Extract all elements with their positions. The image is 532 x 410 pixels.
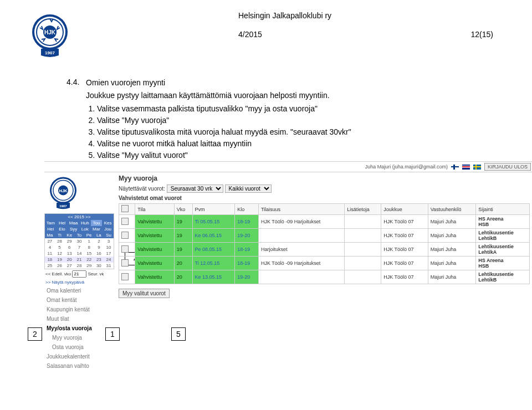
section-number: 4.4. <box>66 78 86 161</box>
step-item: Valitse "Myy vuoroja" <box>97 115 351 126</box>
main-title: Myy vuoroja <box>119 175 530 182</box>
table-header-row: Tila Vko Pvm Klo Tilaisuus Lisätietoja J… <box>119 204 530 215</box>
table-row: Vahvistettu 19 Ke 06.05.15 19-20 HJK Töö… <box>119 229 530 243</box>
org-name: Helsingin Jalkapalloklubi ry <box>238 11 499 20</box>
issue-number: 4/2015 <box>238 30 262 39</box>
table-row: Vahvistettu 20 Ti 12.05.15 18-19 HJK Töö… <box>119 257 530 270</box>
sidebar-item-salasanan-vaihto[interactable]: Salasanan vaihto <box>44 361 116 371</box>
cell-tila: Vahvistettu <box>135 215 174 229</box>
table-row: Vahvistettu 19 Ti 05.05.15 18-19 HJK Töö… <box>119 215 530 229</box>
calendar-nav[interactable]: << Edell. vko Seur. vk <box>44 269 116 279</box>
th-tilaisuus: Tilaisuus <box>258 204 344 215</box>
sidebar-item-kaupungin-kentat[interactable]: Kaupungin kentät <box>44 305 116 314</box>
filter-label: Näytettävät vuorot: <box>119 186 165 192</box>
row-check[interactable] <box>119 257 135 270</box>
page-number: 12(15) <box>471 30 493 39</box>
calendar-grid[interactable]: 27282930123 45678910 11121314151617 1819… <box>45 238 114 269</box>
table-row: Vahvistettu 20 Ke 13.05.15 19-20 HJK Töö… <box>119 270 530 284</box>
callout-2: 2 <box>28 327 42 341</box>
sidebar-item-joukkuekalenterit[interactable]: Joukkuekalenterit <box>44 352 116 361</box>
calendar-day-headers: MaTiKeToPeLaSu <box>45 232 114 238</box>
logout-button[interactable]: KIRJAUDU ULOS <box>484 163 531 171</box>
sidebar-item-oma-kalenteri[interactable]: Oma kalenteri <box>44 286 116 295</box>
th-lisatietoja: Lisätietoja <box>345 204 381 215</box>
calendar-widget[interactable]: << 2015 >> TamHelMaaHuhTouKes HeiEloSyyL… <box>44 213 114 269</box>
shifts-table: Tila Vko Pvm Klo Tilaisuus Lisätietoja J… <box>119 203 530 284</box>
th-vastuu: Vastuuhenkilö <box>428 204 476 215</box>
sidebar-item-osta-vuoroja[interactable]: Osta vuoroja <box>44 342 116 352</box>
row-check[interactable] <box>119 270 135 284</box>
th-vko: Vko <box>174 204 192 215</box>
hjk-logo: HJK 1907 <box>28 11 72 61</box>
svg-text:1907: 1907 <box>45 50 55 55</box>
th-klo: Klo <box>235 204 259 215</box>
svg-text:HJK: HJK <box>44 29 56 35</box>
step-item: Valitse vasemmasta palkista tiputusvalik… <box>97 103 351 115</box>
th-tila: Tila <box>135 204 174 215</box>
table-row: Vahvistettu 19 Pe 08.05.15 18-19 Harjoit… <box>119 243 530 257</box>
step-item: Valitse tiputusvalikosta mitä vuoroja ha… <box>97 126 351 138</box>
row-check[interactable] <box>119 229 135 243</box>
th-joukkue: Joukkue <box>381 204 428 215</box>
flag-se-icon[interactable] <box>473 165 481 170</box>
hjk-logo-small: HJK 1907 <box>47 175 80 211</box>
calendar-year[interactable]: << 2015 >> <box>45 214 114 220</box>
sidebar-item-muut-tilat[interactable]: Muut tilat <box>44 314 116 324</box>
row-check[interactable] <box>119 243 135 257</box>
user-label: Juha Majuri (juha.majuri@gmail.com) <box>365 164 448 170</box>
filter-select-all[interactable]: Kaikki vuorot <box>225 184 272 193</box>
th-sijainti: Sijainti <box>476 204 530 215</box>
steps-list: Valitse vasemmasta palkista tiputusvalik… <box>86 103 351 161</box>
sidebar-item-myy-osta[interactable]: Myy/osta vuoroja <box>44 324 116 333</box>
filter-select-range[interactable]: Seuraavat 30 vrk <box>167 184 223 193</box>
flag-uk-icon[interactable] <box>462 165 470 170</box>
svg-text:HJK: HJK <box>59 188 68 193</box>
subtitle: Vahvistetut omat vuorot <box>119 195 530 201</box>
th-check[interactable] <box>119 204 135 215</box>
calendar-months[interactable]: TamHelMaaHuhTouKes HeiEloSyyLokMarJou <box>45 220 114 232</box>
sidebar-item-myy-vuoroja[interactable]: Myy vuoroja <box>44 333 116 342</box>
show-today-link[interactable]: >> Näytä nykypäivä <box>44 279 116 286</box>
step-item: Valitse "Myy valitut vuorot" <box>97 150 351 161</box>
week-input[interactable] <box>72 270 86 278</box>
sell-selected-button[interactable]: Myy valitut vuorot <box>119 289 170 298</box>
sidebar-item-omat-kentat[interactable]: Omat kentät <box>44 295 116 305</box>
section-intro: Joukkue pystyy laittamaan käyttämättömiä… <box>86 90 351 101</box>
th-pvm: Pvm <box>192 204 235 215</box>
step-item: Valitse ne vuorot mitkä haluat laittaa m… <box>97 138 351 150</box>
section-title: Omien vuorojen myynti <box>86 78 351 89</box>
svg-text:1907: 1907 <box>59 204 67 208</box>
flag-fi-icon[interactable] <box>451 165 459 170</box>
row-check[interactable] <box>119 215 135 229</box>
